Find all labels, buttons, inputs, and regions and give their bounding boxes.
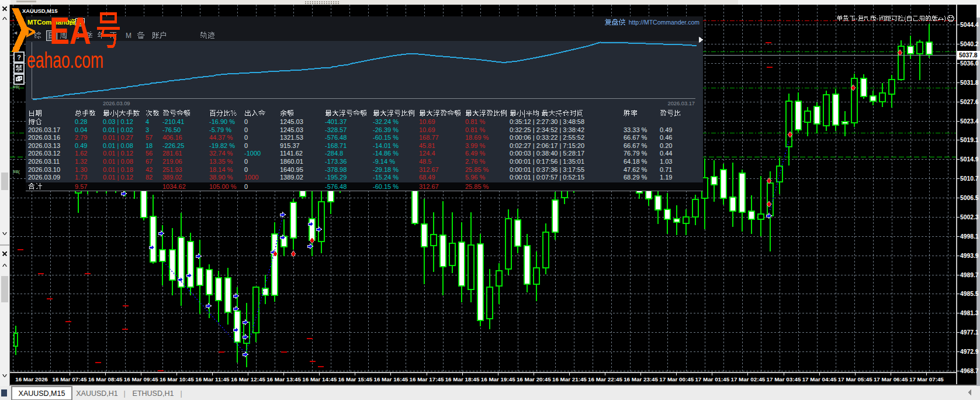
svg-text:-60.15 %: -60.15 % <box>373 183 399 190</box>
svg-text:2026.03.11: 2026.03.11 <box>28 158 60 165</box>
svg-text:66.67 %: 66.67 % <box>624 142 647 149</box>
svg-text:4989.7: 4989.7 <box>960 272 979 278</box>
svg-text:0:32:25 | 2:34:52 | 3:38:42: 0:32:25 | 2:34:52 | 3:38:42 <box>510 126 584 133</box>
svg-text:6.49 %: 6.49 % <box>465 150 485 157</box>
svg-text:4998.1: 4998.1 <box>960 233 979 240</box>
svg-text:1640.95: 1640.95 <box>280 166 303 173</box>
svg-text:1.73: 1.73 <box>75 174 87 181</box>
svg-text:4: 4 <box>146 118 149 125</box>
svg-text:#8(: #8( <box>13 169 20 174</box>
svg-text:1000: 1000 <box>244 174 258 181</box>
svg-text:17 Mar 04:45: 17 Mar 04:45 <box>802 376 837 382</box>
svg-text:-15.24 %: -15.24 % <box>373 174 399 181</box>
svg-text:EA: EA <box>50 10 91 52</box>
svg-text:56: 56 <box>146 150 153 157</box>
svg-text:76.79 %: 76.79 % <box>624 150 647 157</box>
svg-text:-76.50: -76.50 <box>162 126 181 133</box>
svg-text:16 Mar 18:45: 16 Mar 18:45 <box>445 376 480 382</box>
svg-text:16 Mar 13:45: 16 Mar 13:45 <box>266 376 301 382</box>
svg-text:3: 3 <box>146 126 149 133</box>
svg-text:5006.5: 5006.5 <box>960 195 979 201</box>
svg-text:25.85 %: 25.85 % <box>465 183 489 190</box>
svg-text:eahao.com: eahao.com <box>27 48 103 73</box>
svg-text:-1000: -1000 <box>244 150 261 157</box>
svg-text:915.37: 915.37 <box>280 142 300 149</box>
svg-text:32.74 %: 32.74 % <box>209 150 233 157</box>
svg-text:16 Mar 19:45: 16 Mar 19:45 <box>481 376 515 382</box>
svg-text:16 Mar 07:45: 16 Mar 07:45 <box>53 376 87 382</box>
svg-text:57: 57 <box>146 134 153 141</box>
svg-text:0.03 | 0.12: 0.03 | 0.12 <box>103 118 133 125</box>
svg-text:1141.62: 1141.62 <box>280 150 303 157</box>
svg-text:ETHUSD,H1: ETHUSD,H1 <box>133 389 174 398</box>
svg-text:5014.9: 5014.9 <box>960 156 979 163</box>
svg-text:16 Mar 14:45: 16 Mar 14:45 <box>302 376 337 382</box>
svg-text:2026.03.09: 2026.03.09 <box>103 101 130 106</box>
svg-text:-378.98: -378.98 <box>325 166 347 173</box>
svg-text:2.76 %: 2.76 % <box>465 158 485 165</box>
svg-text:0.04: 0.04 <box>75 126 87 133</box>
svg-text:16 Mar 23:45: 16 Mar 23:45 <box>624 376 658 382</box>
svg-text:2026.03.13: 2026.03.13 <box>28 142 60 149</box>
svg-text:16 Mar 22:45: 16 Mar 22:45 <box>588 376 622 382</box>
svg-text:4977.1: 4977.1 <box>960 329 979 336</box>
svg-text:0: 0 <box>244 142 248 149</box>
svg-text:-16.90 %: -16.90 % <box>209 118 235 125</box>
svg-text:10.69: 10.69 <box>419 118 435 125</box>
svg-text:68.29 %: 68.29 % <box>624 174 647 181</box>
svg-text:1860.01: 1860.01 <box>280 158 303 165</box>
svg-text:2026.03.16: 2026.03.16 <box>28 134 60 141</box>
svg-text:0:00:03 | 0:38:40 | 5:28:17: 0:00:03 | 0:38:40 | 5:28:17 <box>510 150 584 157</box>
svg-text:5010.7: 5010.7 <box>960 175 979 182</box>
svg-text:-5.79 %: -5.79 % <box>209 126 231 133</box>
svg-text:0.01 | 0.12: 0.01 | 0.12 <box>103 174 133 181</box>
svg-text:16 Mar 20:45: 16 Mar 20:45 <box>517 376 551 382</box>
svg-text:0: 0 <box>244 118 248 125</box>
svg-text:45.81: 45.81 <box>419 142 435 149</box>
svg-text:5023.4: 5023.4 <box>960 118 979 125</box>
svg-text:-14.01 %: -14.01 % <box>373 142 399 149</box>
svg-text:-9.14 %: -9.14 % <box>373 158 395 165</box>
svg-text:5002.3: 5002.3 <box>960 214 979 220</box>
svg-text:M: M <box>126 32 131 40</box>
svg-text:1.32: 1.32 <box>75 158 87 165</box>
svg-text:16 Mar 17:45: 16 Mar 17:45 <box>410 376 444 382</box>
svg-text:42: 42 <box>146 166 153 173</box>
svg-text:17 Mar 07:45: 17 Mar 07:45 <box>909 376 944 382</box>
svg-text:-210.41: -210.41 <box>162 118 184 125</box>
svg-text:17 Mar 06:45: 17 Mar 06:45 <box>874 376 908 382</box>
svg-text:0.28: 0.28 <box>75 118 87 125</box>
svg-text:47.62 %: 47.62 % <box>624 166 647 173</box>
svg-text:10.69: 10.69 <box>419 126 435 133</box>
svg-text:5.96 %: 5.96 % <box>465 174 485 181</box>
svg-text:0.71: 0.71 <box>660 166 672 173</box>
svg-text:16 Mar 12:45: 16 Mar 12:45 <box>231 376 265 382</box>
svg-text:0.01 | 0.27: 0.01 | 0.27 <box>103 134 133 141</box>
svg-text:4981.3: 4981.3 <box>960 310 979 316</box>
svg-text:2026.03.09: 2026.03.09 <box>28 174 60 181</box>
svg-text:16 Mar 16:45: 16 Mar 16:45 <box>373 376 408 382</box>
svg-text:0.46: 0.46 <box>660 134 672 141</box>
svg-text:48.5: 48.5 <box>419 158 431 165</box>
svg-text:1321.53: 1321.53 <box>280 134 303 141</box>
svg-text:17 Mar 00:45: 17 Mar 00:45 <box>659 376 694 382</box>
svg-text:13.35 %: 13.35 % <box>209 158 233 165</box>
svg-text:-29.18 %: -29.18 % <box>373 166 399 173</box>
svg-text:4968.7: 4968.7 <box>960 368 979 374</box>
svg-text:-173.36: -173.36 <box>325 158 347 165</box>
svg-text:-328.57: -328.57 <box>325 126 347 133</box>
svg-text:66.67 %: 66.67 % <box>624 134 647 141</box>
svg-text:1.30: 1.30 <box>75 166 87 173</box>
svg-text:0.81 %: 0.81 % <box>465 118 485 125</box>
svg-text:-284.8: -284.8 <box>325 150 343 157</box>
svg-text:5027.6: 5027.6 <box>960 99 979 105</box>
svg-text:2026.03.10: 2026.03.10 <box>28 166 60 173</box>
svg-text:0:00:01 | 0:37:36 | 3:17:55: 0:00:01 | 0:37:36 | 3:17:55 <box>510 166 584 173</box>
svg-text:4972.9: 4972.9 <box>960 349 979 355</box>
svg-text:0.20: 0.20 <box>660 142 672 149</box>
svg-text:312.67: 312.67 <box>419 166 439 173</box>
svg-text:http://MTCommander.com: http://MTCommander.com <box>629 19 700 26</box>
svg-text:5036.0: 5036.0 <box>960 60 979 67</box>
svg-text:17 Mar 03:45: 17 Mar 03:45 <box>767 376 801 382</box>
svg-text:-26.39 %: -26.39 % <box>373 126 399 133</box>
